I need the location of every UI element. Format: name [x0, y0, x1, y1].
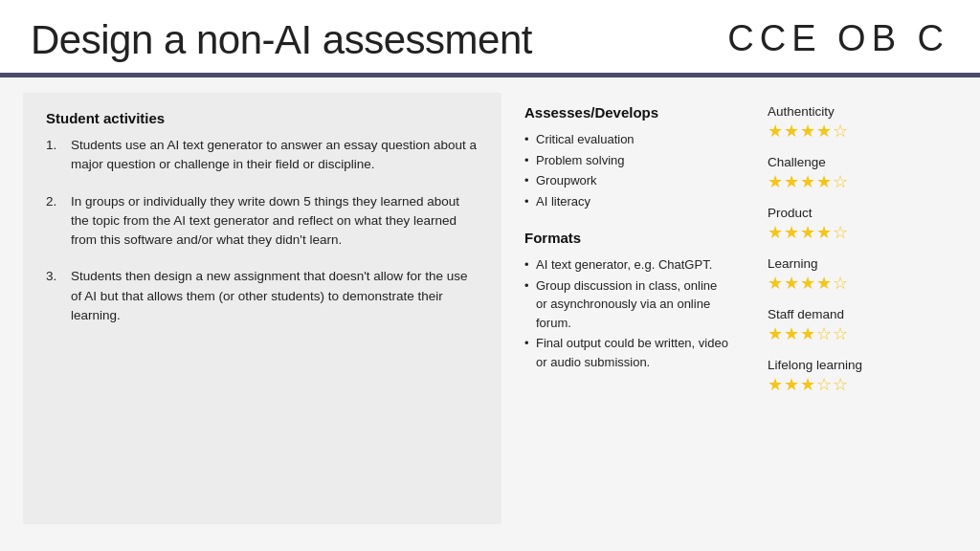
rating-row: Staff demand★★★☆☆	[768, 307, 942, 344]
rating-stars: ★★★★☆	[768, 222, 942, 243]
activity-number: 3.	[46, 267, 63, 325]
activity-number: 2.	[46, 192, 63, 251]
activities-title: Student activities	[46, 110, 479, 126]
rating-row: Authenticity★★★★☆	[768, 104, 942, 142]
assesses-title: Assesses/Develops	[524, 104, 729, 121]
rating-stars: ★★★★☆	[768, 121, 942, 142]
formats-item: Final output could be written, video or …	[524, 334, 729, 371]
header-tags: CCE OB C	[727, 18, 949, 63]
main-content: Student activities 1.Students use an AI …	[0, 77, 980, 540]
assesses-list: Critical evaluationProblem solvingGroupw…	[524, 130, 729, 210]
activity-list: 1.Students use an AI text generator to a…	[46, 136, 479, 325]
rating-stars: ★★★☆☆	[768, 323, 942, 344]
middle-column: Assesses/Develops Critical evaluationPro…	[517, 93, 737, 524]
activity-text: In groups or individually they write dow…	[71, 192, 479, 251]
formats-item: Group discussion in class, online or asy…	[524, 276, 729, 333]
page-title: Design a non-AI assessment	[31, 17, 532, 63]
assesses-item: Critical evaluation	[524, 130, 729, 149]
right-column: Authenticity★★★★☆Challenge★★★★☆Product★★…	[752, 93, 957, 524]
activity-item: 3.Students then design a new assignment …	[46, 267, 479, 325]
rating-label: Authenticity	[768, 104, 942, 119]
rating-stars: ★★★★☆	[768, 171, 942, 192]
formats-list: AI text generator, e.g. ChatGPT.Group di…	[524, 255, 729, 371]
page-header: Design a non-AI assessment CCE OB C	[0, 0, 980, 73]
rating-row: Learning★★★★☆	[768, 256, 942, 294]
assesses-item: Groupwork	[524, 171, 729, 190]
rating-stars: ★★★★☆	[768, 273, 942, 294]
rating-label: Product	[768, 206, 942, 220]
formats-item: AI text generator, e.g. ChatGPT.	[524, 255, 729, 275]
rating-label: Challenge	[768, 155, 942, 169]
activity-item: 1.Students use an AI text generator to a…	[46, 136, 479, 175]
assesses-item: Problem solving	[524, 151, 729, 170]
formats-section: Formats AI text generator, e.g. ChatGPT.…	[524, 230, 729, 371]
activity-text: Students then design a new assignment th…	[71, 267, 479, 325]
activity-item: 2.In groups or individually they write d…	[46, 192, 479, 251]
rating-label: Learning	[768, 256, 942, 271]
rating-row: Lifelong learning★★★☆☆	[768, 358, 942, 395]
rating-stars: ★★★☆☆	[768, 374, 942, 395]
assesses-item: AI literacy	[524, 192, 729, 211]
left-column: Student activities 1.Students use an AI …	[23, 93, 501, 524]
formats-title: Formats	[524, 230, 729, 246]
activity-text: Students use an AI text generator to ans…	[71, 136, 479, 175]
rating-label: Staff demand	[768, 307, 942, 321]
activity-number: 1.	[46, 136, 63, 175]
rating-row: Challenge★★★★☆	[768, 155, 942, 192]
rating-label: Lifelong learning	[768, 358, 942, 372]
rating-row: Product★★★★☆	[768, 206, 942, 243]
